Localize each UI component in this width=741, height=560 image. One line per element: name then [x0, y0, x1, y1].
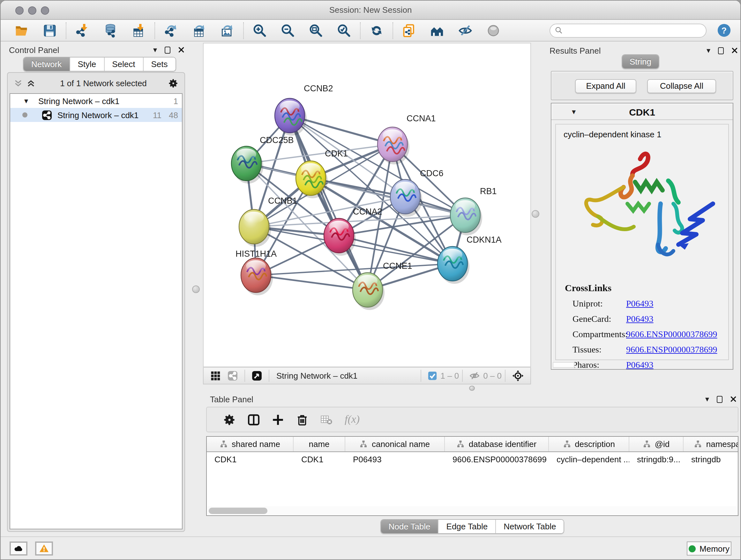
- network-collection-row[interactable]: ▾ String Network – cdk1 1: [10, 94, 182, 108]
- selected-checkbox-icon[interactable]: [428, 371, 437, 381]
- node-CDKN1A[interactable]: CDKN1A: [437, 235, 502, 284]
- network-canvas[interactable]: CCNB2CCNA1CDC25BCDK1CDC6RB1CCNB1CCNA2CDK…: [203, 43, 531, 367]
- delete-table-icon: [320, 413, 333, 426]
- create-column-icon[interactable]: [271, 413, 284, 426]
- fit-content-crosshair-icon[interactable]: [512, 370, 524, 382]
- column-header-namespace[interactable]: namespace: [684, 437, 738, 451]
- right-divider-handle[interactable]: [532, 210, 539, 218]
- import-table-button[interactable]: [131, 23, 145, 37]
- node-CDC6[interactable]: CDC6: [390, 169, 444, 217]
- column-header-description[interactable]: description: [549, 437, 629, 451]
- export-image-button[interactable]: [220, 23, 234, 37]
- zoom-selected-button[interactable]: [337, 23, 351, 37]
- network-view-icon[interactable]: [227, 370, 238, 381]
- show-orb-button[interactable]: [486, 23, 500, 37]
- tab-select[interactable]: Select: [105, 57, 143, 71]
- table-cell[interactable]: CDK1: [207, 452, 293, 467]
- left-divider-handle[interactable]: [192, 286, 200, 293]
- left-panel-divider[interactable]: [190, 43, 203, 532]
- table-row[interactable]: CDK1CDK1P064939606.ENSP00000378699cyclin…: [207, 452, 738, 467]
- table-panel-menu-icon[interactable]: ▾: [705, 395, 709, 403]
- copy-style-button[interactable]: [402, 23, 416, 37]
- collapse-all-icon[interactable]: [13, 79, 23, 87]
- scrollbar-thumb[interactable]: [209, 507, 267, 514]
- delete-column-icon[interactable]: [295, 413, 309, 426]
- help-button[interactable]: ?: [717, 23, 731, 38]
- show-columns-icon[interactable]: [247, 413, 260, 426]
- tab-string[interactable]: String: [622, 55, 659, 68]
- birds-eye-view-icon[interactable]: [252, 370, 262, 381]
- tab-node-table[interactable]: Node Table: [381, 520, 439, 533]
- results-panel-float-icon[interactable]: [718, 47, 724, 54]
- horizontal-panel-divider[interactable]: [203, 384, 741, 391]
- function-builder-icon: f(x): [345, 413, 360, 426]
- tab-network-table[interactable]: Network Table: [496, 520, 563, 533]
- save-button[interactable]: [43, 23, 57, 37]
- crosslink-link[interactable]: 9606.ENSP00000378699: [626, 345, 717, 355]
- warning-button[interactable]: [35, 542, 53, 556]
- gene-collapse-icon[interactable]: ▾: [572, 107, 576, 116]
- table-cell[interactable]: 9606.ENSP00000378699: [445, 452, 549, 467]
- horizontal-divider-handle[interactable]: [469, 386, 475, 391]
- crosslink-link[interactable]: P06493: [626, 314, 654, 324]
- crosslink-link[interactable]: P06493: [626, 299, 654, 309]
- column-header-shared-name[interactable]: shared name: [207, 437, 293, 451]
- copy-style-icon: [402, 23, 416, 37]
- hide-selected-button[interactable]: [458, 23, 472, 37]
- column-header-name[interactable]: name: [293, 437, 345, 451]
- tab-sets[interactable]: Sets: [143, 57, 175, 71]
- node-HIST1H1A[interactable]: HIST1H1A: [235, 249, 277, 295]
- table-cell[interactable]: stringdb:9...: [629, 452, 684, 467]
- gene-section-header[interactable]: ▾ CDK1: [551, 104, 733, 120]
- table-horizontal-scrollbar[interactable]: [207, 506, 737, 515]
- refresh-button[interactable]: [369, 23, 384, 37]
- cloud-button[interactable]: [10, 542, 27, 556]
- collapse-all-button[interactable]: Collapse All: [647, 79, 716, 93]
- import-database-button[interactable]: [104, 23, 118, 37]
- node-RB1[interactable]: RB1: [450, 186, 497, 235]
- export-table-button[interactable]: [192, 23, 206, 37]
- hidden-eye-icon[interactable]: [469, 370, 480, 381]
- export-network-button[interactable]: [164, 23, 178, 37]
- table-panel-float-icon[interactable]: [717, 395, 723, 402]
- table-cell[interactable]: P06493: [345, 452, 445, 467]
- grid-view-icon[interactable]: [210, 370, 221, 381]
- control-panel-float-icon[interactable]: [165, 46, 171, 53]
- import-network-button[interactable]: [75, 23, 89, 37]
- control-panel-menu-icon[interactable]: ▾: [153, 45, 157, 54]
- crosslink-link[interactable]: 9606.ENSP00000378699: [626, 329, 717, 340]
- expand-all-button[interactable]: Expand All: [575, 79, 636, 93]
- collection-expand-icon[interactable]: ▾: [24, 97, 28, 105]
- tab-style[interactable]: Style: [70, 57, 105, 71]
- zoom-in-button[interactable]: [253, 23, 267, 37]
- results-scrollbar-stub[interactable]: [553, 362, 575, 368]
- memory-button[interactable]: Memory: [687, 542, 731, 556]
- tab-network[interactable]: Network: [23, 57, 70, 71]
- home-button[interactable]: [430, 23, 444, 37]
- expand-all-icon[interactable]: [26, 79, 36, 87]
- edge-CCNB2-CCNE1[interactable]: [290, 116, 367, 290]
- table-cell[interactable]: cyclin–dependent ...: [549, 452, 629, 467]
- search-input[interactable]: [549, 23, 706, 37]
- network-row[interactable]: String Network – cdk1 11 48: [10, 108, 182, 122]
- table-cell[interactable]: stringdb: [684, 452, 738, 467]
- control-panel-close-icon[interactable]: [178, 44, 185, 56]
- table-panel-close-icon[interactable]: [730, 393, 737, 405]
- column-header-@id[interactable]: @id: [629, 437, 684, 451]
- column-header-database-identifier[interactable]: database identifier: [445, 437, 549, 451]
- column-header-canonical-name[interactable]: canonical name: [345, 437, 445, 451]
- table-options-gear-icon[interactable]: [222, 413, 236, 426]
- results-panel-menu-icon[interactable]: ▾: [706, 46, 711, 55]
- node-CCNB1[interactable]: CCNB1: [239, 196, 297, 247]
- network-options-gear-icon[interactable]: [168, 78, 179, 88]
- table-cell[interactable]: CDK1: [293, 452, 345, 467]
- right-panel-divider[interactable]: [531, 43, 539, 384]
- node-CCNA1[interactable]: CCNA1: [378, 114, 436, 165]
- node-CCNB2[interactable]: CCNB2: [275, 84, 333, 136]
- open-button[interactable]: [15, 23, 29, 37]
- zoom-out-button[interactable]: [281, 23, 295, 37]
- zoom-fit-button[interactable]: [309, 23, 323, 37]
- crosslink-link[interactable]: P06493: [626, 360, 654, 370]
- search-text-field[interactable]: [563, 24, 706, 36]
- tab-edge-table[interactable]: Edge Table: [439, 520, 496, 533]
